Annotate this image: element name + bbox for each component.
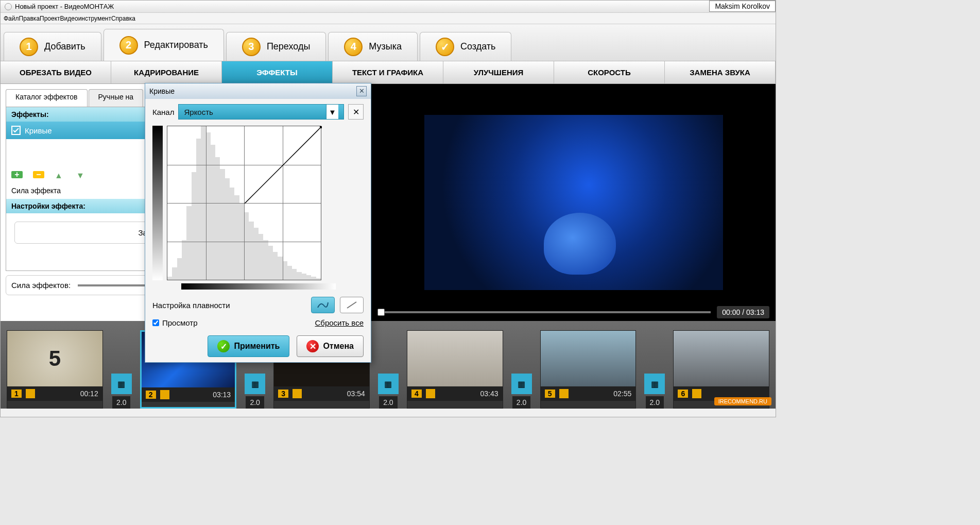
- subtab-speed[interactable]: СКОРОСТЬ: [554, 61, 665, 83]
- pencil-icon[interactable]: [559, 389, 569, 398]
- svg-rect-3: [320, 126, 322, 128]
- menu-file[interactable]: Файл: [4, 15, 19, 22]
- subtab-crop[interactable]: ОБРЕЗАТЬ ВИДЕО: [1, 61, 111, 83]
- subtab-audio[interactable]: ЗАМЕНА ЗВУКА: [665, 61, 776, 83]
- main-tabs: 1Добавить 2Редактировать 3Переходы 4Музы…: [1, 24, 776, 61]
- preview-label: Просмотр: [162, 318, 198, 327]
- time-label: 00:00 / 03:13: [717, 306, 769, 318]
- transition-3[interactable]: ▦2.0: [378, 330, 399, 409]
- subtab-text[interactable]: ТЕКСТ И ГРАФИКА: [333, 61, 443, 83]
- curve-line: [167, 126, 322, 204]
- menubar: Файл Правка Проект Видеоинструмент Справ…: [1, 13, 776, 24]
- pencil-icon[interactable]: [692, 389, 701, 398]
- horizontal-gradient: [181, 283, 336, 290]
- add-effect-icon[interactable]: +: [11, 171, 23, 178]
- check-icon: ✓: [217, 340, 230, 352]
- menu-project[interactable]: Проект: [40, 15, 60, 22]
- site-watermark: IRECOMMEND.RU: [714, 397, 771, 405]
- tab-edit[interactable]: 2Редактировать: [104, 29, 224, 61]
- clip-5[interactable]: 502:55: [540, 330, 637, 409]
- tab-add[interactable]: 1Добавить: [4, 32, 101, 61]
- curves-dialog: Кривые ✕ Канал Яркость ▼ ✕: [145, 83, 371, 363]
- tab-transitions[interactable]: 3Переходы: [226, 32, 326, 61]
- preview-timebar[interactable]: 00:00 / 03:13: [371, 303, 776, 321]
- preview-checkbox[interactable]: [152, 319, 159, 326]
- smoothness-label: Настройка плавности: [152, 301, 230, 310]
- close-icon[interactable]: ✕: [356, 86, 367, 96]
- move-up-icon[interactable]: ▲: [55, 171, 66, 178]
- preview-pane: 00:00 / 03:13: [371, 84, 776, 321]
- panel-tab-manual[interactable]: Ручные на: [89, 89, 144, 107]
- playhead-knob[interactable]: [377, 309, 385, 316]
- linear-curve-button[interactable]: [340, 297, 364, 313]
- move-down-icon[interactable]: ▼: [76, 171, 88, 178]
- pencil-icon[interactable]: [293, 389, 302, 398]
- vertical-gradient: [152, 126, 163, 280]
- panel-tab-catalog[interactable]: Каталог эффектов: [6, 89, 88, 107]
- menu-edit[interactable]: Правка: [19, 15, 40, 22]
- pencil-icon[interactable]: [426, 389, 435, 398]
- window-title: Новый проект - ВидеоМОНТАЖ: [15, 3, 114, 10]
- clip-4[interactable]: 403:43: [407, 330, 503, 409]
- apply-button[interactable]: ✓Применить: [208, 335, 289, 357]
- remove-effect-icon[interactable]: −: [33, 171, 44, 178]
- cancel-icon: ✕: [306, 340, 319, 352]
- user-watermark: Maksim Korolkov: [709, 1, 776, 12]
- pencil-icon[interactable]: [26, 389, 35, 398]
- transition-5[interactable]: ▦2.0: [644, 330, 665, 409]
- channel-label: Канал: [152, 108, 174, 116]
- menu-videotools[interactable]: Видеоинструмент: [60, 15, 111, 22]
- transition-1[interactable]: ▦2.0: [111, 330, 132, 409]
- menu-help[interactable]: Справка: [111, 15, 135, 22]
- reset-channel-button[interactable]: ✕: [348, 104, 364, 120]
- timeline: 5 100:12 ▦2.0 203:13 ▦2.0 303:54 ▦2.0 40…: [1, 321, 776, 409]
- subtab-enhance[interactable]: УЛУЧШЕНИЯ: [443, 61, 554, 83]
- titlebar: Новый проект - ВидеоМОНТАЖ: [1, 1, 776, 13]
- subtab-framing[interactable]: КАДРИРОВАНИЕ: [111, 61, 222, 83]
- tab-create[interactable]: ✓Создать: [420, 32, 511, 61]
- curve-editor[interactable]: [167, 126, 321, 280]
- pencil-icon[interactable]: [160, 390, 169, 399]
- reset-all-link[interactable]: Сбросить все: [315, 318, 364, 327]
- dialog-titlebar[interactable]: Кривые ✕: [145, 83, 371, 99]
- preview-image: [424, 115, 723, 290]
- channel-select[interactable]: Яркость ▼: [178, 104, 344, 120]
- svg-line-1: [167, 126, 322, 204]
- tab-music[interactable]: 4Музыка: [328, 32, 418, 61]
- sub-tabs: ОБРЕЗАТЬ ВИДЕО КАДРИРОВАНИЕ ЭФФЕКТЫ ТЕКС…: [1, 61, 776, 84]
- cancel-button[interactable]: ✕Отмена: [297, 335, 364, 357]
- transition-4[interactable]: ▦2.0: [511, 330, 532, 409]
- dialog-title: Кривые: [149, 87, 175, 95]
- checkbox-icon: [11, 126, 21, 135]
- chevron-down-icon: ▼: [326, 105, 338, 119]
- subtab-effects[interactable]: ЭФФЕКТЫ: [222, 61, 333, 83]
- app-icon: [5, 3, 12, 10]
- clip-1[interactable]: 5 100:12: [7, 330, 103, 409]
- smooth-curve-button[interactable]: [311, 297, 335, 313]
